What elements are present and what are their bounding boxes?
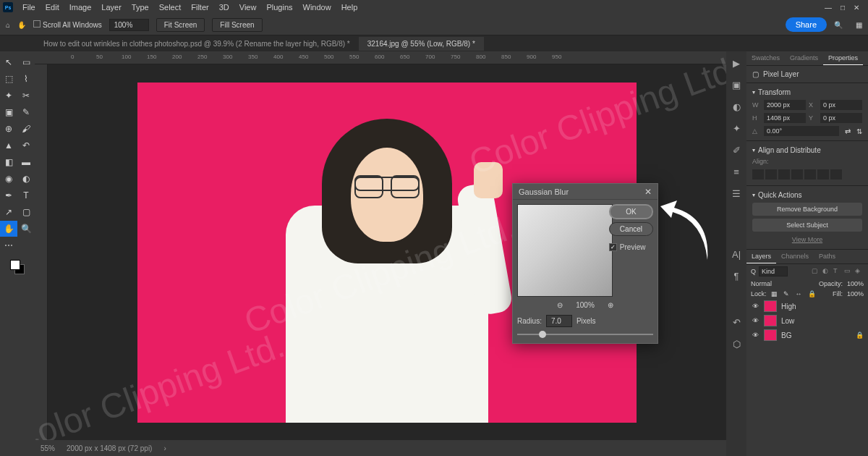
filter-adjust-icon[interactable]: ◐ [822,267,831,276]
workspace-icon[interactable]: ▦ [856,21,862,29]
scroll-all-checkbox[interactable]: Scroll All Windows [33,20,102,29]
remove-bg-button[interactable]: Remove Background [752,203,862,216]
tab-properties[interactable]: Properties [823,51,863,65]
frame-tool-icon[interactable]: ▣ [0,104,17,120]
filter-shape-icon[interactable]: ▭ [844,267,853,276]
align-center-h-icon[interactable] [765,169,777,180]
adjust-icon[interactable]: ◐ [731,101,742,112]
menu-file[interactable]: File [17,3,41,12]
layer-high[interactable]: 👁 High [746,299,868,313]
horizontal-ruler[interactable]: 0 50 100 150 200 250 300 350 400 450 500… [35,51,726,64]
libraries-icon[interactable]: ⬡ [731,338,742,350]
blur-tool-icon[interactable]: ◉ [0,171,17,187]
visibility-icon[interactable]: 👁 [751,302,760,311]
history-brush-icon[interactable]: ↶ [17,138,35,153]
move-tool-icon[interactable]: ↖ [0,54,17,70]
menu-layer[interactable]: Layer [96,3,127,12]
radius-input[interactable] [546,315,572,327]
layer-filter-input[interactable] [759,266,788,276]
menu-filter[interactable]: Filter [186,3,213,12]
marquee-tool-icon[interactable]: ⬚ [0,71,17,87]
filter-type-icon[interactable]: T [833,267,842,276]
view-more-link[interactable]: View More [752,233,862,246]
preview-checkbox[interactable]: ✓ Preview [609,243,653,251]
layer-low[interactable]: 👁 Low [746,313,868,328]
width-value[interactable]: 2000 px [764,100,806,110]
pen-tool-icon[interactable]: ✒ [0,187,17,203]
fill-screen-button[interactable]: Fill Screen [212,18,262,32]
eraser-tool-icon[interactable]: ◧ [0,154,17,170]
artboard-tool-icon[interactable]: ▭ [17,54,35,70]
share-button[interactable]: Share [786,17,827,32]
stamp-tool-icon[interactable]: ▲ [0,138,17,153]
gradient-tool-icon[interactable]: ▬ [17,154,35,170]
menu-help[interactable]: Help [336,3,363,12]
filter-pixel-icon[interactable]: ▢ [812,267,820,276]
menu-select[interactable]: Select [154,3,187,12]
search-icon[interactable]: 🔍 [834,21,843,29]
align-top-icon[interactable] [791,169,803,180]
tab-layers[interactable]: Layers [746,250,776,263]
menu-image[interactable]: Image [64,3,97,12]
checkbox-icon[interactable]: ✓ [609,243,617,251]
menu-view[interactable]: View [234,3,262,12]
align-center-v-icon[interactable] [804,169,816,180]
maximize-icon[interactable]: □ [841,4,845,12]
zoom-input[interactable] [109,19,149,31]
transform-section[interactable]: Transform [752,86,862,98]
tab-channels[interactable]: Channels [776,250,814,263]
ok-button[interactable]: OK [609,204,653,219]
tab-swatches[interactable]: Swatches [746,51,785,65]
layers-icon[interactable]: ▣ [731,79,742,90]
blur-preview[interactable] [517,204,613,297]
cancel-button[interactable]: Cancel [609,222,653,236]
history-icon[interactable]: ↶ [731,316,742,328]
menu-plugins[interactable]: Plugins [261,3,297,12]
hand-tool-icon[interactable]: ✋ [17,21,26,29]
shape-tool-icon[interactable]: ▢ [17,204,35,220]
visibility-icon[interactable]: 👁 [751,316,760,325]
layer-bg[interactable]: 👁 BG 🔒 [746,328,868,342]
minimize-icon[interactable]: — [825,4,832,12]
quick-actions-section[interactable]: Quick Actions [752,189,862,201]
align-left-icon[interactable] [752,169,764,180]
zoom-out-icon[interactable]: ⊖ [557,301,563,309]
align-bottom-icon[interactable] [817,169,829,180]
heal-tool-icon[interactable]: ⊕ [0,121,17,137]
paragraph-icon[interactable]: ¶ [731,270,742,282]
y-value[interactable]: 0 px [820,113,862,123]
distribute-icon[interactable] [830,169,842,180]
status-zoom[interactable]: 55% [41,444,55,452]
color-swatches[interactable] [10,260,25,274]
align-strip-icon[interactable]: ≡ [731,166,742,177]
fill-value[interactable]: 100% [847,290,864,297]
align-right-icon[interactable] [778,169,790,180]
home-icon[interactable]: ⌂ [6,21,10,29]
align-section[interactable]: Align and Distribute [752,144,862,156]
slider-thumb[interactable] [539,331,546,338]
flip-h-icon[interactable]: ⇄ [842,127,854,135]
close-icon[interactable]: ✕ [854,4,859,12]
brush-preset-icon[interactable]: ✐ [731,144,742,156]
filter-smart-icon[interactable]: ◈ [855,267,864,276]
zoom-tool-icon[interactable]: 🔍 [17,221,35,237]
sparkle-icon[interactable]: ✦ [731,122,742,134]
radius-slider[interactable] [517,330,653,339]
lock-icon[interactable]: 🔒 [856,332,864,339]
crop-tool-icon[interactable]: ✂ [17,88,35,104]
menu-3d[interactable]: 3D [214,3,234,12]
doc-tab-2[interactable]: 32164.jpg @ 55% (Low, RGB/8) * [359,37,484,51]
flip-v-icon[interactable]: ⇅ [856,127,862,135]
status-chevron-icon[interactable]: › [163,444,166,452]
type-tool-icon[interactable]: T [17,187,35,203]
list-icon[interactable]: ☰ [731,187,742,199]
fit-screen-button[interactable]: Fit Screen [156,18,205,32]
hand-tool-icon[interactable]: ✋ [0,221,17,237]
height-value[interactable]: 1408 px [764,113,806,123]
brush-tool-icon[interactable]: 🖌 [17,121,35,137]
menu-edit[interactable]: Edit [41,3,64,12]
select-subject-button[interactable]: Select Subject [752,219,862,232]
lasso-tool-icon[interactable]: ⌇ [17,71,35,87]
play-icon[interactable]: ▶ [731,57,742,69]
blend-mode[interactable]: Normal [751,280,772,287]
